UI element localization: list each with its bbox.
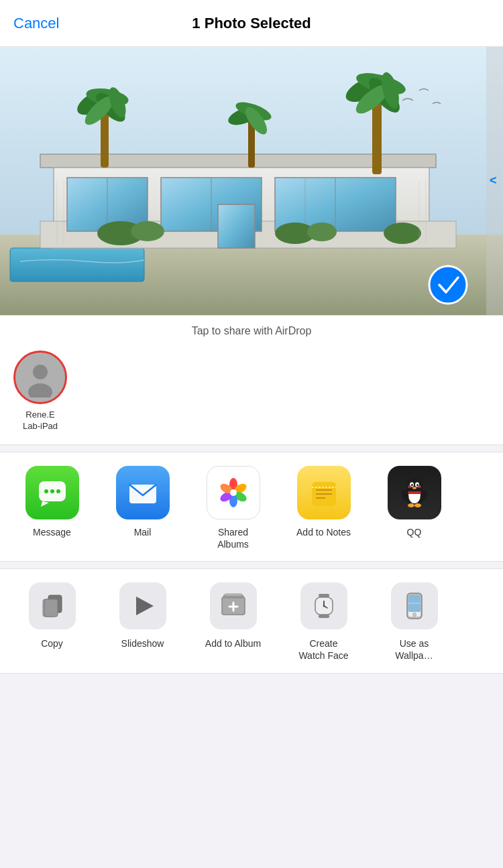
add-album-label: Add to Album [205,637,261,649]
slideshow-icon-bg [119,582,166,629]
svg-point-94 [323,605,325,607]
page-title: 1 Photo Selected [192,15,311,32]
action-row: Copy Slideshow Add to Album [0,568,503,673]
photo-area[interactable]: < [0,47,503,315]
add-album-icon [219,592,247,620]
slideshow-icon [129,593,156,619]
app-item-message[interactable]: Message [7,466,97,550]
svg-point-49 [56,489,60,493]
header: Cancel 1 Photo Selected [0,0,503,47]
app-item-mail[interactable]: Mail [97,466,188,550]
svg-point-58 [230,489,237,496]
app-item-notes[interactable]: Add to Notes [278,466,369,550]
slideshow-label: Slideshow [121,637,164,649]
svg-point-69 [411,484,413,486]
copy-label: Copy [41,637,63,649]
svg-text:<: < [490,174,497,187]
app-item-shared-albums[interactable]: SharedAlbums [188,466,278,550]
contact-avatar-wrapper [13,351,67,404]
mail-app-label: Mail [134,526,152,538]
airdrop-section: Tap to share with AirDrop Rene.ELab-iPad [0,315,503,445]
svg-point-41 [429,266,467,304]
message-app-label: Message [33,526,71,538]
watch-face-icon-bg [300,582,347,629]
svg-rect-13 [218,204,255,248]
photo-image: < [0,47,503,315]
message-app-icon [25,466,79,519]
svg-point-31 [131,221,164,241]
svg-point-72 [408,485,412,488]
action-item-wallpaper[interactable]: Use asWallpa… [369,582,459,662]
svg-point-71 [412,487,416,489]
svg-point-43 [33,365,48,379]
contact-avatar [20,357,60,397]
copy-icon [39,593,66,619]
shared-albums-label: SharedAlbums [217,526,249,550]
photos-app-icon [207,466,260,519]
qq-app-icon [388,466,441,519]
svg-marker-82 [136,597,154,615]
svg-rect-78 [408,491,421,494]
svg-point-77 [414,503,421,507]
add-album-icon-bg [210,582,257,629]
action-item-copy[interactable]: Copy [7,582,97,662]
svg-point-73 [417,485,421,488]
svg-marker-46 [41,501,49,507]
notes-app-icon [297,466,351,519]
action-item-watch-face[interactable]: CreateWatch Face [278,582,369,662]
svg-point-76 [408,503,414,507]
action-item-slideshow[interactable]: Slideshow [97,582,188,662]
svg-rect-2 [10,248,144,282]
svg-point-97 [412,613,416,617]
app-item-qq[interactable]: QQ [369,466,459,550]
app-share-row: Message Mail Share [0,452,503,562]
watch-icon [310,592,338,620]
copy-icon-bg [29,582,76,629]
action-item-add-album[interactable]: Add to Album [188,582,278,662]
svg-rect-81 [44,599,58,617]
airdrop-header: Tap to share with AirDrop [0,316,503,344]
watch-face-label: CreateWatch Face [298,637,348,662]
svg-point-33 [307,223,337,241]
svg-rect-85 [225,594,242,596]
wallpaper-label: Use asWallpa… [395,637,433,662]
airdrop-contact[interactable]: Rene.ELab-iPad [13,351,67,432]
wallpaper-icon-bg [391,582,438,629]
svg-point-34 [384,223,421,244]
cancel-button[interactable]: Cancel [13,15,59,32]
qq-app-label: QQ [407,526,422,538]
mail-app-icon [116,466,170,519]
wallpaper-icon [400,592,429,620]
airdrop-contacts-list: Rene.ELab-iPad [0,344,503,444]
svg-point-48 [50,489,54,493]
contact-name: Rene.ELab-iPad [23,410,58,432]
notes-app-label: Add to Notes [296,526,351,538]
svg-point-47 [44,489,48,493]
